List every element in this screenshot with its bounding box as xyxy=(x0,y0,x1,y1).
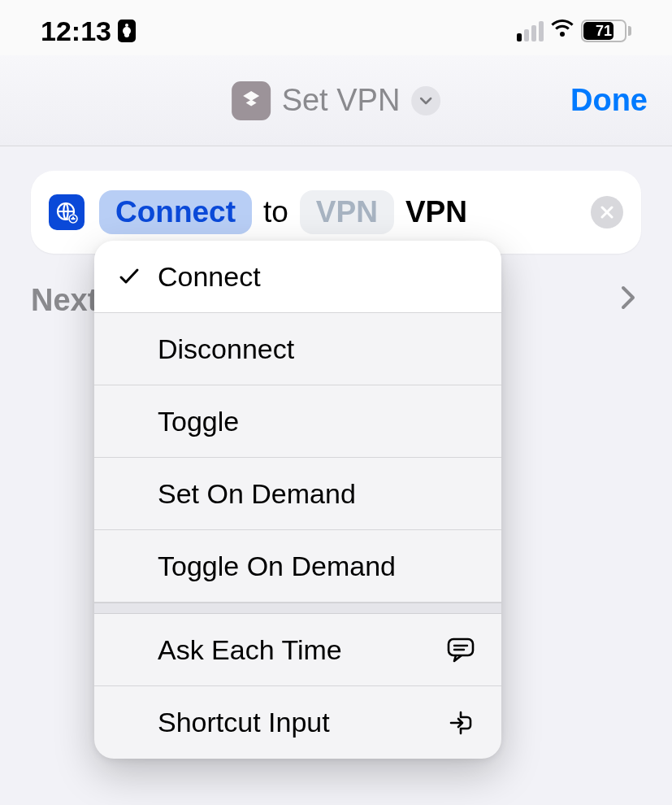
dropdown-item-label: Toggle xyxy=(158,406,477,437)
battery-indicator: 71 xyxy=(581,20,631,42)
next-action-label: Next xyxy=(31,283,98,318)
dropdown-item-label: Disconnect xyxy=(158,333,477,365)
portrait-lock-icon xyxy=(118,20,136,42)
operation-dropdown: Connect Disconnect Toggle Set On Demand … xyxy=(94,241,501,759)
to-label: to xyxy=(263,195,288,229)
shortcuts-app-icon xyxy=(232,81,271,120)
status-time: 12:13 xyxy=(41,15,111,47)
vpn-parameter-token[interactable]: VPN xyxy=(300,190,394,234)
navigation-bar: Set VPN Done xyxy=(0,55,672,146)
checkmark-icon xyxy=(115,267,143,286)
dropdown-item-toggle-on-demand[interactable]: Toggle On Demand xyxy=(94,530,501,603)
action-token-row: Connect to VPN VPN xyxy=(99,190,576,234)
status-bar: 12:13 71 xyxy=(0,0,672,55)
cellular-icon xyxy=(517,21,544,41)
dropdown-item-label: Ask Each Time xyxy=(158,634,430,666)
dropdown-item-connect[interactable]: Connect xyxy=(94,241,501,313)
wifi-icon xyxy=(550,20,574,42)
header-center[interactable]: Set VPN xyxy=(232,81,441,120)
chevron-down-icon[interactable] xyxy=(411,86,440,115)
svg-rect-5 xyxy=(449,639,473,655)
operation-token[interactable]: Connect xyxy=(99,190,252,234)
dropdown-item-ask-each-time[interactable]: Ask Each Time xyxy=(94,614,501,686)
status-right: 71 xyxy=(517,20,631,42)
done-button[interactable]: Done xyxy=(570,83,648,118)
svg-rect-4 xyxy=(72,218,76,220)
dropdown-item-disconnect[interactable]: Disconnect xyxy=(94,313,501,385)
dropdown-item-shortcut-input[interactable]: Shortcut Input xyxy=(94,686,501,759)
clear-action-button[interactable] xyxy=(591,196,623,228)
vpn-globe-icon xyxy=(49,194,85,230)
dropdown-item-set-on-demand[interactable]: Set On Demand xyxy=(94,458,501,530)
dropdown-item-label: Connect xyxy=(158,261,477,293)
speech-bubble-icon xyxy=(444,637,477,663)
status-left: 12:13 xyxy=(41,15,136,47)
dropdown-item-label: Toggle On Demand xyxy=(158,550,477,582)
vpn-suffix-label: VPN xyxy=(405,195,467,229)
input-arrow-icon xyxy=(444,709,477,737)
chevron-right-icon xyxy=(620,283,636,318)
content-area: Connect to VPN VPN Next Connect Disconne… xyxy=(0,146,672,342)
dropdown-section-divider xyxy=(94,603,501,614)
dropdown-item-label: Shortcut Input xyxy=(158,707,430,738)
dropdown-item-label: Set On Demand xyxy=(158,478,477,510)
battery-percentage: 71 xyxy=(596,23,612,40)
page-title: Set VPN xyxy=(282,83,401,118)
dropdown-item-toggle[interactable]: Toggle xyxy=(94,385,501,458)
